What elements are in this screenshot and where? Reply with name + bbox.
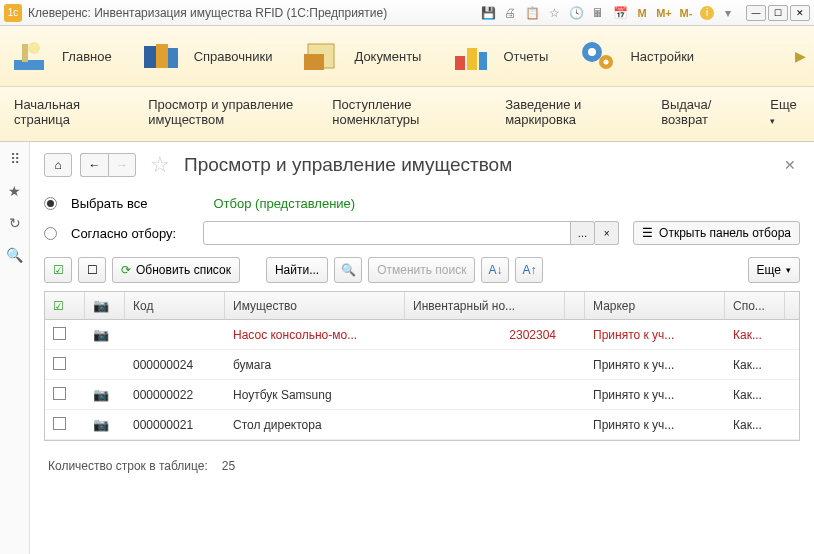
subnav-property-view[interactable]: Просмотр и управление имуществом (148, 97, 308, 127)
table-toolbar: ☑ ☐ ⟳ Обновить список Найти... 🔍 Отменит… (44, 257, 800, 283)
memory-m-icon[interactable]: M (634, 5, 650, 21)
nav-back-button[interactable]: ← (80, 153, 108, 177)
svg-point-12 (588, 48, 596, 56)
ribbon-home[interactable]: Главное (8, 38, 112, 74)
cell-inventory: 2302304 (405, 328, 565, 342)
sidebar-favorites-icon[interactable]: ★ (6, 182, 24, 200)
table-body: 📷Насос консольно-мо...2302304Принято к у… (45, 320, 799, 440)
calendar-icon[interactable]: 📅 (612, 5, 628, 21)
sidebar-search-icon[interactable]: 🔍 (6, 246, 24, 264)
favorite-icon[interactable]: ☆ (546, 5, 562, 21)
sort-asc-icon: A↓ (488, 263, 502, 277)
filter-text-input[interactable] (203, 221, 571, 245)
sidebar-history-icon[interactable]: ↻ (6, 214, 24, 232)
th-check[interactable]: ☑ (45, 292, 85, 319)
th-photo[interactable]: 📷 (85, 292, 125, 319)
cell-method: Как... (725, 418, 785, 432)
filter-row-2: Согласно отбору: … × ☰ Открыть панель от… (44, 221, 800, 245)
cell-method: Как... (725, 388, 785, 402)
table-row[interactable]: 📷000000021Стол директораПринято к уч...К… (45, 410, 799, 440)
ribbon-label: Главное (62, 49, 112, 64)
close-button[interactable]: ✕ (790, 5, 810, 21)
titlebar-toolbar: 💾 🖨 📋 ☆ 🕓 🖩 📅 M M+ M- i ▾ (480, 5, 736, 21)
subnav: Начальная страница Просмотр и управление… (0, 87, 814, 142)
ribbon-catalogs[interactable]: Справочники (140, 38, 273, 74)
sidebar-sections-icon[interactable]: ⠿ (6, 150, 24, 168)
favorite-star-icon[interactable]: ☆ (150, 152, 170, 178)
nav-forward-button[interactable]: → (108, 153, 136, 177)
th-inventory[interactable]: Инвентарный но... (405, 292, 565, 319)
page-close-button[interactable]: ✕ (780, 153, 800, 177)
subnav-marking[interactable]: Заведение и маркировка (505, 97, 637, 127)
check-header-icon: ☑ (53, 299, 64, 313)
calculator-icon[interactable]: 🖩 (590, 5, 606, 21)
th-name[interactable]: Имущество (225, 292, 405, 319)
open-filter-panel-button[interactable]: ☰ Открыть панель отбора (633, 221, 800, 245)
ribbon-reports[interactable]: Отчеты (449, 38, 548, 74)
th-spacer (565, 292, 585, 319)
memory-mminus-icon[interactable]: M- (678, 5, 694, 21)
sort-asc-button[interactable]: A↓ (481, 257, 509, 283)
save-icon[interactable]: 💾 (480, 5, 496, 21)
window-title: Клеверенс: Инвентаризация имущества RFID… (28, 6, 387, 20)
cancel-search-button[interactable]: Отменить поиск (368, 257, 475, 283)
table-header: ☑ 📷 Код Имущество Инвентарный но... Марк… (45, 292, 799, 320)
page-header: ⌂ ← → ☆ Просмотр и управление имуществом… (44, 152, 800, 178)
camera-icon: 📷 (93, 417, 109, 432)
home-icon (8, 38, 50, 74)
table-row[interactable]: 000000024бумагаПринято к уч...Как... (45, 350, 799, 380)
subnav-start-page[interactable]: Начальная страница (14, 97, 124, 127)
filter-more-button[interactable]: … (571, 221, 595, 245)
history-icon[interactable]: 🕓 (568, 5, 584, 21)
sort-desc-icon: A↑ (522, 263, 536, 277)
subnav-nomenclature[interactable]: Поступление номенклатуры (332, 97, 481, 127)
camera-icon: 📷 (93, 387, 109, 402)
refresh-icon: ⟳ (121, 263, 131, 277)
footer-label: Количество строк в таблице: (48, 459, 208, 473)
uncheck-icon: ☐ (87, 263, 98, 277)
sort-desc-button[interactable]: A↑ (515, 257, 543, 283)
subnav-more[interactable]: Еще (770, 97, 800, 127)
cell-code: 000000022 (125, 388, 225, 402)
settings-icon (576, 38, 618, 74)
camera-icon: 📷 (93, 327, 109, 342)
uncheck-all-button[interactable]: ☐ (78, 257, 106, 283)
print-icon[interactable]: 🖨 (502, 5, 518, 21)
row-checkbox[interactable] (53, 387, 66, 400)
minimize-button[interactable]: — (746, 5, 766, 21)
filter-representation-link[interactable]: Отбор (представление) (213, 196, 355, 211)
table-row[interactable]: 📷Насос консольно-мо...2302304Принято к у… (45, 320, 799, 350)
row-checkbox[interactable] (53, 357, 66, 370)
copy-icon[interactable]: 📋 (524, 5, 540, 21)
left-sidebar: ⠿ ★ ↻ 🔍 (0, 142, 30, 554)
window-titlebar: 1c Клеверенс: Инвентаризация имущества R… (0, 0, 814, 26)
toolbar-more-button[interactable]: Еще ▾ (748, 257, 800, 283)
th-code[interactable]: Код (125, 292, 225, 319)
svg-rect-8 (455, 56, 465, 70)
radio-select-all[interactable] (44, 197, 57, 210)
memory-mplus-icon[interactable]: M+ (656, 5, 672, 21)
row-checkbox[interactable] (53, 417, 66, 430)
filter-row-1: Выбрать все Отбор (представление) (44, 196, 800, 211)
table-row[interactable]: 📷000000022Ноутбук SamsungПринято к уч...… (45, 380, 799, 410)
check-all-button[interactable]: ☑ (44, 257, 72, 283)
refresh-list-button[interactable]: ⟳ Обновить список (112, 257, 240, 283)
row-checkbox[interactable] (53, 327, 66, 340)
ribbon-label: Документы (354, 49, 421, 64)
catalogs-icon (140, 38, 182, 74)
ribbon-documents[interactable]: Документы (300, 38, 421, 74)
ribbon-label: Настройки (630, 49, 694, 64)
th-method[interactable]: Спо... (725, 292, 785, 319)
nav-home-button[interactable]: ⌂ (44, 153, 72, 177)
th-marker[interactable]: Маркер (585, 292, 725, 319)
find-icon-button[interactable]: 🔍 (334, 257, 362, 283)
dropdown-icon[interactable]: ▾ (720, 5, 736, 21)
subnav-issue-return[interactable]: Выдача/возврат (661, 97, 746, 127)
info-icon[interactable]: i (700, 6, 714, 20)
maximize-button[interactable]: ☐ (768, 5, 788, 21)
ribbon-settings[interactable]: Настройки (576, 38, 694, 74)
ribbon-scroll-right[interactable]: ▶ (795, 48, 806, 64)
find-button[interactable]: Найти... (266, 257, 328, 283)
filter-clear-button[interactable]: × (595, 221, 619, 245)
radio-by-filter[interactable] (44, 227, 57, 240)
